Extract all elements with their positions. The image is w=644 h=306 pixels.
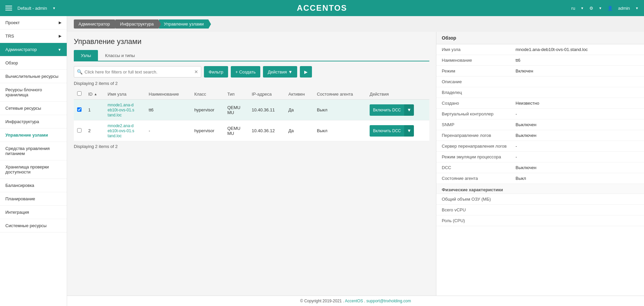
footer-text: © Сopyright 2019-2021 . xyxy=(300,299,345,303)
panel-row: Сервер перенаправления логов - xyxy=(436,141,644,152)
sidebar-item-project[interactable]: Проект ▶ xyxy=(0,16,67,30)
table-row: 1 mnode1.ana-deb10t-ovs-01.stand.loc tt6… xyxy=(74,100,429,120)
row-checkbox-0[interactable] xyxy=(77,107,82,112)
row-ip: 10.40.36.11 xyxy=(248,100,285,120)
panel-value: Выкл xyxy=(516,176,526,181)
main-area: Администратор Инфраструктура Управление … xyxy=(67,16,644,306)
footer-link-support[interactable]: support@tnxholding.com xyxy=(366,299,411,303)
tab-classes-types[interactable]: Классы и типы xyxy=(98,50,142,61)
nodes-table: ID ▲ Имя узла Наименование Класс Тип IP-… xyxy=(74,89,429,141)
node-name-link[interactable]: mnode2.ana-deb10t-ovs-01.stand.loc xyxy=(108,123,134,138)
row-node-name: mnode2.ana-deb10t-ovs-01.stand.loc xyxy=(104,120,146,141)
enable-dcc-dropdown[interactable]: ▼ xyxy=(404,104,414,116)
th-agent-status[interactable]: Состояние агента xyxy=(314,89,366,100)
sidebar-label-node-management: Управление узлами xyxy=(5,133,48,138)
panel-value: tt6 xyxy=(516,58,520,63)
sidebar-label-integration: Интеграция xyxy=(5,210,29,215)
sidebar-item-system-resources[interactable]: Системные ресурсы xyxy=(0,219,67,233)
th-active[interactable]: Активен xyxy=(285,89,314,100)
sidebar-item-planning[interactable]: Планирование xyxy=(0,192,67,206)
th-type[interactable]: Тип xyxy=(224,89,249,100)
enable-dcc-button[interactable]: Включить DCC xyxy=(370,104,404,116)
row-class: hypervisor xyxy=(191,100,224,120)
sidebar-item-infrastructure[interactable]: Инфраструктура xyxy=(0,115,67,129)
row-actions: Включить DCC ▼ xyxy=(366,100,429,120)
table-header-row: ID ▲ Имя узла Наименование Класс Тип IP-… xyxy=(74,89,429,100)
panel-value: Включен xyxy=(516,68,533,73)
search-input[interactable] xyxy=(85,69,194,74)
breadcrumb-node-management[interactable]: Управление узлами xyxy=(159,19,208,29)
th-ip[interactable]: IP-адреса xyxy=(248,89,285,100)
sidebar-arrow-admin: ▼ xyxy=(58,48,61,52)
sidebar-label-compute: Вычислительные ресурсы xyxy=(5,74,58,79)
sidebar-item-compute[interactable]: Вычислительные ресурсы xyxy=(0,70,67,83)
footer-link-accentos[interactable]: AccentOS xyxy=(345,299,363,303)
row-checkbox-1[interactable] xyxy=(77,128,82,133)
sidebar-item-trs[interactable]: TRS ▶ xyxy=(0,30,67,43)
th-class[interactable]: Класс xyxy=(191,89,224,100)
panel-label: Имя узла xyxy=(442,47,516,52)
sidebar-item-node-management[interactable]: Управление узлами xyxy=(0,129,67,142)
navbar-left: Default - admin ▼ xyxy=(5,6,56,11)
sidebar-item-block-storage[interactable]: Ресурсы блочного хранилища xyxy=(0,83,67,102)
lang-dropdown-icon[interactable]: ▼ xyxy=(581,6,584,10)
panel-physical-fields: Общий объем ОЗУ (МБ) Всего vCPU Роль (CP… xyxy=(436,194,644,226)
user-icon: 👤 xyxy=(607,6,613,11)
settings-dropdown-icon[interactable]: ▼ xyxy=(599,6,602,10)
breadcrumb-infrastructure[interactable]: Инфраструктура xyxy=(115,19,158,29)
sidebar-item-power-management[interactable]: Средства управления питанием xyxy=(0,142,67,160)
sidebar-label-availability-storage: Хранилища проверки доступности xyxy=(5,164,61,174)
panel-row: Режим эмуляции процессора - xyxy=(436,152,644,162)
panel-physical-row: Всего vCPU xyxy=(436,205,644,215)
filter-button[interactable]: Фильтр xyxy=(204,66,228,78)
display-count-bottom: Displaying 2 items of 2 xyxy=(74,144,429,149)
actions-label: Действия xyxy=(268,69,287,74)
select-all-checkbox[interactable] xyxy=(77,91,82,96)
panel-row: Режим Включен xyxy=(436,66,644,76)
toolbar: 🔍 ✕ Фильтр + Создать Действия ▼ ▶ xyxy=(74,66,429,78)
panel-label: SNMP xyxy=(442,122,516,127)
row-type: QEMUMU xyxy=(224,100,249,120)
actions-split-button: Действия ▼ xyxy=(263,66,297,78)
sidebar-arrow-project: ▶ xyxy=(59,20,61,25)
panel-value: - xyxy=(516,154,517,159)
settings-icon[interactable]: ⚙ xyxy=(589,6,593,11)
tenant-selector[interactable]: Default - admin xyxy=(17,6,47,11)
sidebar-item-availability-storage[interactable]: Хранилища проверки доступности xyxy=(0,160,67,179)
hamburger-menu[interactable] xyxy=(5,6,12,10)
th-label[interactable]: Наименование xyxy=(145,89,191,100)
sidebar-label-power-management: Средства управления питанием xyxy=(5,146,61,156)
panel-label: Режим эмуляции процессора xyxy=(442,154,516,159)
panel-row: Имя узла mnode1.ana-deb10t-ovs-01.stand.… xyxy=(436,44,644,55)
tenant-dropdown-icon[interactable]: ▼ xyxy=(52,6,56,10)
row-actions: Включить DCC ▼ xyxy=(366,120,429,141)
sidebar-item-overview[interactable]: Обзор xyxy=(0,56,67,70)
sidebar-label-system-resources: Системные ресурсы xyxy=(5,223,47,228)
sidebar-item-administrator[interactable]: Администратор ▼ xyxy=(0,43,67,56)
user-dropdown-icon[interactable]: ▼ xyxy=(635,6,639,10)
breadcrumb-admin[interactable]: Администратор xyxy=(74,19,115,29)
clear-icon[interactable]: ✕ xyxy=(194,69,198,74)
panel-row: Наименование tt6 xyxy=(436,55,644,66)
user-menu[interactable]: admin xyxy=(618,6,630,11)
id-sort-icon[interactable]: ▲ xyxy=(94,92,97,96)
sidebar-item-network[interactable]: Сетевые ресурсы xyxy=(0,102,67,115)
th-node-name[interactable]: Имя узла xyxy=(104,89,146,100)
sidebar-item-integration[interactable]: Интеграция xyxy=(0,206,67,219)
right-panel: Обзор Имя узла mnode1.ana-deb10t-ovs-01.… xyxy=(436,32,644,296)
actions-button[interactable]: Действия ▼ xyxy=(263,66,297,78)
sidebar-label-planning: Планирование xyxy=(5,196,35,201)
language-selector[interactable]: ru xyxy=(571,6,575,11)
panel-row: Описание xyxy=(436,76,644,87)
arrow-button[interactable]: ▶ xyxy=(300,66,312,78)
panel-label: Сервер перенаправления логов xyxy=(442,144,516,149)
create-button[interactable]: + Создать xyxy=(231,66,261,78)
sidebar-item-balancing[interactable]: Балансировка xyxy=(0,179,67,192)
panel-fields: Имя узла mnode1.ana-deb10t-ovs-01.stand.… xyxy=(436,44,644,184)
node-name-link[interactable]: mnode1.ana-deb10t-ovs-01.stand.loc xyxy=(108,103,134,117)
panel-physical-label: Роль (CPU) xyxy=(442,218,516,223)
enable-dcc-button[interactable]: Включить DCC xyxy=(370,125,404,137)
panel-label: DCC xyxy=(442,165,516,170)
enable-dcc-dropdown[interactable]: ▼ xyxy=(404,125,414,137)
tab-nodes[interactable]: Узлы xyxy=(74,50,98,61)
